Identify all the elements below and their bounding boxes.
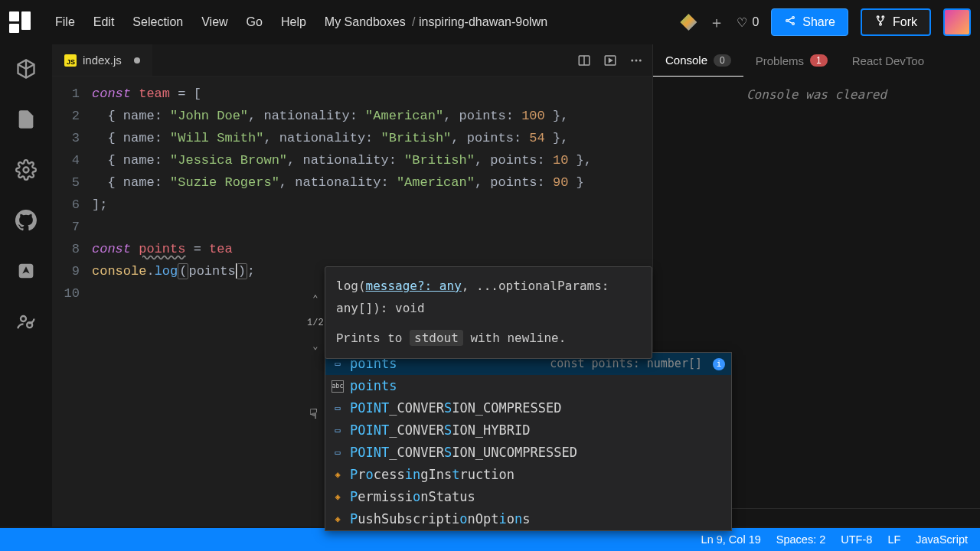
suggestion-item[interactable]: ◈ProcessingInstruction — [325, 464, 731, 486]
suggestion-item[interactable]: abcpoints — [325, 375, 731, 397]
svg-point-4 — [882, 16, 884, 18]
svg-point-8 — [21, 316, 26, 321]
breadcrumb-sep: / — [409, 15, 419, 28]
signature-nav[interactable]: ⌃ 1/2 ⌄ — [307, 289, 324, 358]
deploy-icon[interactable] — [15, 260, 37, 282]
class-kind-icon: ◈ — [332, 491, 344, 504]
menubar-right: ＋ ♡ 0 Share Fork — [680, 8, 971, 36]
js-file-icon: JS — [64, 54, 77, 67]
problems-badge: 1 — [810, 54, 828, 67]
tab-filename: index.js — [83, 54, 122, 67]
my-sandboxes-label: My Sandboxes — [325, 15, 406, 28]
suggestion-item[interactable]: ◈PushSubscriptionOptions — [325, 508, 731, 530]
menubar: File Edit Selection View Go Help My Sand… — [0, 0, 980, 44]
suggestion-label: POINT_CONVERSION_HYBRID — [350, 419, 531, 442]
sandbox-icon[interactable] — [15, 58, 37, 80]
suggestion-label: PushSubscriptionOptions — [350, 508, 531, 530]
svg-point-3 — [877, 16, 879, 18]
menu-edit[interactable]: Edit — [93, 15, 115, 29]
console-tab-label: Console — [665, 54, 707, 67]
menu-my-sandboxes[interactable]: My Sandboxes / inspiring-dhawan-9olwn — [325, 15, 547, 29]
eol-setting[interactable]: LF — [887, 533, 900, 546]
text-kind-icon: abc — [332, 380, 344, 393]
preview-icon[interactable] — [603, 52, 617, 69]
suggestion-item[interactable]: ▭POINT_CONVERSION_HYBRID — [325, 419, 731, 442]
language-mode[interactable]: JavaScript — [916, 533, 968, 546]
variable-kind-icon: ▭ — [332, 425, 344, 437]
cursor-position[interactable]: Ln 9, Col 19 — [701, 533, 761, 546]
tab-problems[interactable]: Problems 1 — [743, 44, 840, 77]
menu-go[interactable]: Go — [247, 15, 263, 29]
svg-point-5 — [880, 23, 882, 25]
project-name[interactable]: inspiring-dhawan-9olwn — [419, 15, 547, 28]
svg-point-0 — [786, 20, 789, 22]
suggestion-item[interactable]: ◈PermissionStatus — [325, 486, 731, 508]
signature-line: log(message?: any, ...optionalParams: an… — [336, 275, 641, 319]
problems-tab-label: Problems — [756, 54, 804, 67]
svg-point-1 — [792, 17, 795, 19]
menu-file[interactable]: File — [55, 15, 75, 29]
suggestion-label: POINT_CONVERSION_UNCOMPRESSED — [350, 442, 577, 464]
editor-area: JS index.js 1 2 3 4 — [52, 44, 652, 527]
plus-icon[interactable]: ＋ — [709, 12, 724, 33]
suggestion-popup[interactable]: ▭pointsconst points: number[]iabcpoints▭… — [325, 352, 732, 531]
live-icon[interactable] — [15, 311, 37, 332]
svg-point-12 — [631, 59, 633, 61]
chevron-up-icon[interactable]: ⌃ — [312, 289, 318, 311]
variable-kind-icon: ▭ — [332, 358, 344, 370]
user-avatar[interactable] — [943, 8, 971, 36]
suggestion-label: ProcessingInstruction — [350, 464, 514, 486]
heart-icon: ♡ — [737, 15, 747, 30]
tab-bar: JS index.js — [52, 44, 652, 77]
svg-point-6 — [24, 168, 29, 173]
fork-label: Fork — [893, 15, 917, 29]
fork-button[interactable]: Fork — [861, 8, 931, 36]
more-icon[interactable] — [629, 52, 643, 69]
status-bar: Ln 9, Col 19 Spaces: 2 UTF-8 LF JavaScri… — [0, 528, 980, 551]
share-button[interactable]: Share — [771, 8, 848, 36]
suggestion-label: PermissionStatus — [350, 486, 475, 508]
signature-help-popup: ⌃ 1/2 ⌄ log(message?: any, ...optionalPa… — [325, 266, 652, 359]
tabbar-actions — [577, 52, 652, 69]
share-icon — [784, 15, 796, 30]
tab-console[interactable]: Console 0 — [653, 44, 743, 77]
svg-point-2 — [792, 23, 795, 25]
code-editor[interactable]: 1 2 3 4 5 6 7 8 9 10 const team = [ { na… — [52, 77, 652, 527]
indent-setting[interactable]: Spaces: 2 — [776, 533, 826, 546]
likes-count: 0 — [752, 15, 759, 29]
react-tab-label: React DevToo — [852, 54, 924, 67]
menu-view[interactable]: View — [201, 15, 227, 29]
settings-icon[interactable] — [15, 159, 37, 181]
line-gutter: 1 2 3 4 5 6 7 8 9 10 — [52, 77, 92, 527]
class-kind-icon: ◈ — [332, 514, 344, 526]
gem-icon[interactable] — [680, 14, 697, 31]
variable-kind-icon: ▭ — [332, 403, 344, 415]
chevron-down-icon[interactable]: ⌄ — [312, 336, 318, 358]
menu-selection[interactable]: Selection — [132, 15, 183, 29]
suggestion-label: POINT_CONVERSION_COMPRESSED — [350, 397, 561, 419]
suggestion-item[interactable]: ▭POINT_CONVERSION_UNCOMPRESSED — [325, 442, 731, 464]
split-editor-icon[interactable] — [577, 52, 591, 69]
suggestion-item[interactable]: ▭POINT_CONVERSION_COMPRESSED — [325, 397, 731, 419]
svg-point-13 — [635, 59, 638, 61]
info-icon[interactable]: i — [713, 358, 725, 370]
explorer-icon[interactable] — [15, 109, 37, 130]
variable-kind-icon: ▭ — [332, 447, 344, 459]
console-badge: 0 — [714, 54, 731, 67]
fork-icon — [874, 15, 887, 30]
signature-description: Prints to stdout with newline. — [336, 327, 641, 350]
github-icon[interactable] — [15, 210, 37, 231]
panel-tabs: Console 0 Problems 1 React DevToo — [653, 44, 980, 77]
active-param: message?: any — [366, 279, 462, 293]
tab-react-devtools[interactable]: React DevToo — [840, 44, 936, 77]
likes-counter[interactable]: ♡ 0 — [737, 15, 759, 30]
encoding-setting[interactable]: UTF-8 — [841, 533, 872, 546]
activity-bar — [0, 44, 52, 527]
share-label: Share — [802, 15, 835, 29]
signature-count: 1/2 — [307, 312, 324, 334]
tab-index-js[interactable]: JS index.js — [52, 44, 152, 76]
class-kind-icon: ◈ — [332, 469, 344, 481]
app-logo[interactable] — [9, 11, 31, 33]
dirty-indicator-icon — [134, 57, 140, 64]
menu-help[interactable]: Help — [281, 15, 306, 29]
